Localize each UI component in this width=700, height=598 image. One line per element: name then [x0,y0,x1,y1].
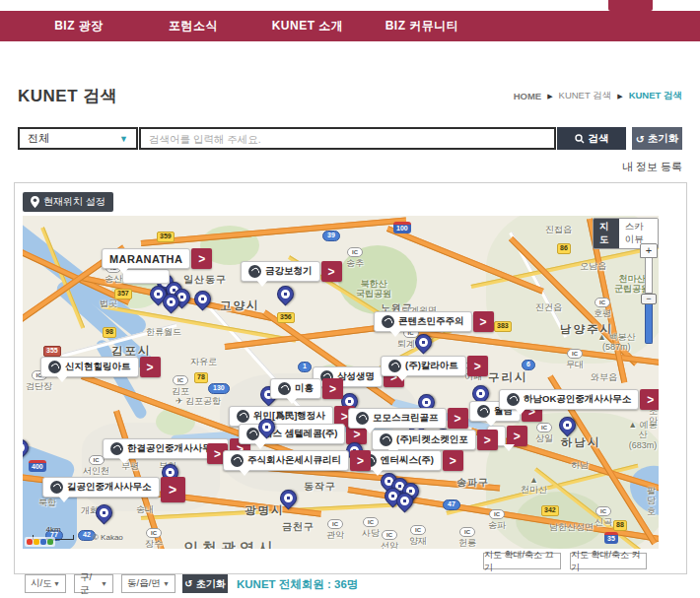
footer-reset-button[interactable]: ↺ 초기화 [182,574,228,593]
ic-badge: IC [567,349,583,359]
sido-select-value: 시/도 [31,577,52,590]
map-marker[interactable]: 금강보청기> [241,261,342,282]
marker-logo-icon [237,410,249,423]
map-marker[interactable]: (주)티켓소켓인포> [372,430,498,450]
nav-item-3[interactable]: BIZ 커뮤니티 [365,18,479,34]
road-badge: 383 [494,321,512,332]
nav-item-0[interactable]: BIZ 광장 [22,18,136,34]
zoom-slider-handle[interactable]: − [641,294,657,304]
marker-bubble[interactable]: 신지현힐링아트 [40,357,139,377]
marker-bubble[interactable]: 에스 셈텔레콤(주) [239,424,345,444]
road-badge: 39 [322,231,340,241]
map-container: 현재위치 설정 지도 스카이뷰 + − 4km © Kakao 35986983… [14,182,687,574]
gugun-select[interactable]: 구/군▼ [74,574,113,593]
marker-bubble[interactable]: 주식회사온세시큐리티 [223,450,349,471]
marker-detail-button[interactable]: > [448,408,468,429]
reset-icon: ↺ [636,133,645,145]
ic-badge: IC [489,509,505,519]
marker-detail-button[interactable]: > [477,430,498,450]
marker-detail-button[interactable]: > [350,450,371,471]
marker-label: 엔터씨스(주) [381,454,434,467]
breadcrumb: HOME ▶ KUNET 검색 ▶ KUNET 검색 [514,90,682,102]
marker-detail-button[interactable]: > [443,450,463,471]
marker-detail-button[interactable]: > [640,389,659,410]
map-marker[interactable]: 엔터씨스(주)> [356,450,463,471]
marker-bubble[interactable]: (주)칼라아트 [381,356,466,376]
marker-label: 콘텐츠민주주의 [398,315,464,328]
breadcrumb-mid[interactable]: KUNET 검색 [559,90,612,102]
bubble-fragment [122,269,170,284]
map-place-label: IC사당 [362,517,380,538]
search-reset-button[interactable]: ↺ 초기화 [632,127,682,150]
gugun-select-value: 구/군 [80,571,101,597]
marker-logo-icon [110,442,123,455]
map-marker[interactable]: (주)칼라아트> [381,356,488,376]
marker-label: 길공인중개사사무소 [67,481,152,494]
my-info-register-link[interactable]: 내 정보 등록 [622,160,682,174]
map-marker[interactable]: 신지현힐링아트> [40,357,161,377]
marker-bubble[interactable]: 길공인중개사사무소 [42,477,160,498]
marker-bubble[interactable]: 미홍 [270,378,321,399]
road-badge: 78 [194,372,208,383]
map-canvas[interactable]: 지도 스카이뷰 + − 4km © Kakao 3598698383342887… [23,216,659,549]
marker-detail-button[interactable]: > [473,311,494,332]
marker-bubble[interactable]: (주)티켓소켓인포 [372,430,476,450]
marker-bubble[interactable]: MARANATHA [102,248,190,269]
marker-detail-button[interactable]: > [321,261,342,282]
map-place-label: 일산동구 [183,274,227,286]
road-badge: 86 [557,243,571,254]
search-input[interactable] [139,127,556,150]
marker-detail-button[interactable]: > [507,426,527,446]
map-place-label: IC선암 [381,530,398,549]
marker-logo-icon [231,454,244,467]
map-marker[interactable]: 하남OK공인중개사사무소> [499,389,659,410]
map-place-label: 하남시 [561,436,601,449]
search-button[interactable]: 검색 [557,127,626,150]
marker-detail-button[interactable]: > [467,356,488,376]
current-location-button[interactable]: 현재위치 설정 [23,192,113,212]
map-place-label: IC관악 [326,519,344,540]
marker-bubble[interactable]: 콘텐츠민주주의 [374,311,472,332]
map-place-label: IC호평 [594,298,611,318]
map-marker[interactable]: 미홍> [270,378,343,399]
search-category-value: 전체 [28,131,49,146]
map-zoom-off-button[interactable]: 지도 확대/축소 끄기 [483,553,561,569]
map-scale-label: 4km [45,525,60,534]
marker-bubble[interactable]: 모모스크린골프 [348,408,447,429]
marker-bubble[interactable]: 하남OK공인중개사사무소 [499,389,639,410]
main-nav: BIZ 광장포럼소식KUNET 소개BIZ 커뮤니티 [0,11,700,41]
marker-detail-button[interactable]: > [322,378,343,399]
map-place-label: 금천구 [282,521,315,533]
map-type-map-button[interactable]: 지도 [594,219,619,248]
marker-detail-button[interactable]: > [191,248,212,269]
breadcrumb-home[interactable]: HOME [514,91,542,101]
top-partial-button[interactable] [608,0,653,11]
sido-select[interactable]: 시/도▼ [25,574,66,593]
zoom-in-button[interactable]: + [640,243,658,258]
search-category-select[interactable]: 전체 ▼ [18,127,138,150]
nav-item-1[interactable]: 포럼소식 [136,18,250,34]
map-marker[interactable]: 주식회사온세시큐리티> [223,450,371,471]
map-zoom-on-button[interactable]: 지도 확대/축소 켜기 [570,553,647,569]
search-button-label: 검색 [589,132,609,146]
footer-reset-label: 초기화 [196,577,226,591]
map-marker[interactable]: 모모스크린골프> [348,408,468,429]
map-marker[interactable]: 길공인중개사사무소> [42,477,185,502]
zoom-slider-track-filled[interactable] [645,304,653,344]
dong-select[interactable]: 동/읍/면▼ [121,574,175,593]
location-pin-icon [31,196,39,208]
road-badge: 400 [29,460,46,472]
ic-badge: IC [459,527,475,537]
map-pin[interactable] [273,282,297,305]
zoom-slider-track[interactable] [645,258,653,294]
map-marker[interactable]: 콘텐츠민주주의> [374,311,494,332]
map-place-label: 북한산 국립공원 [356,279,391,299]
nav-item-2[interactable]: KUNET 소개 [250,18,365,34]
kakao-logo [25,537,55,547]
marker-detail-button[interactable]: > [140,357,161,377]
map-place-label: 광명시 [245,504,285,517]
ic-badge: IC [410,525,426,535]
marker-detail-button[interactable]: > [161,477,185,502]
marker-bubble[interactable]: 금강보청기 [241,261,320,282]
map-marker[interactable]: MARANATHA> [102,248,212,269]
